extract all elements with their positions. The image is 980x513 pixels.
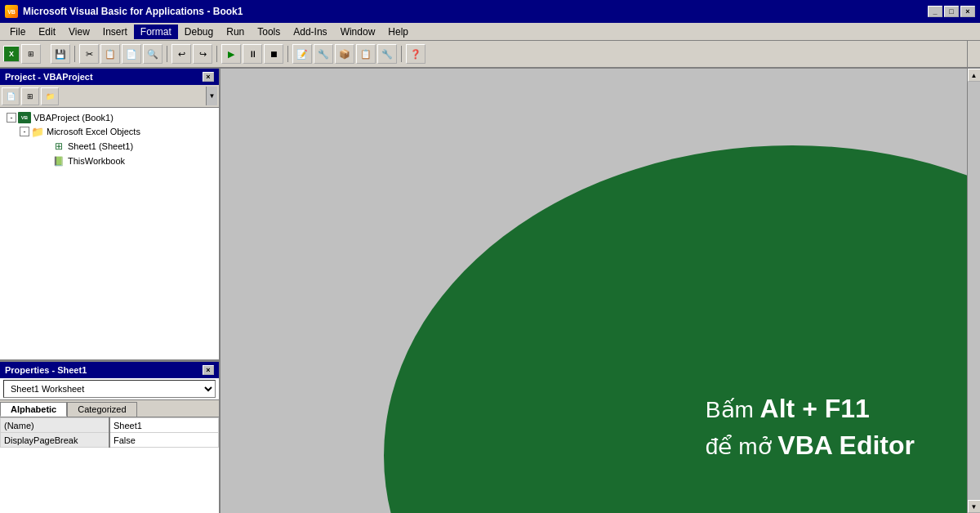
toolbar-scroll bbox=[967, 41, 977, 67]
menu-help[interactable]: Help bbox=[381, 25, 415, 39]
vba-project-icon: VB bbox=[18, 112, 31, 123]
tree-node-excel-objects[interactable]: - 📁 Microsoft Excel Objects bbox=[3, 124, 216, 139]
title-bar: VB Microsoft Visual Basic for Applicatio… bbox=[0, 0, 980, 23]
main-layout: Project - VBAProject × 📄 ⊞ 📁 ▼ - VB VBAP… bbox=[0, 69, 980, 513]
menu-edit[interactable]: Edit bbox=[32, 25, 62, 39]
project-panel: Project - VBAProject × 📄 ⊞ 📁 ▼ - VB VBAP… bbox=[0, 69, 219, 362]
stop-btn[interactable]: ⏹ bbox=[264, 44, 283, 64]
cut-btn[interactable]: ✂ bbox=[79, 44, 99, 64]
menu-debug[interactable]: Debug bbox=[178, 25, 220, 39]
copy-btn[interactable]: 📋 bbox=[100, 44, 120, 64]
project-close-btn[interactable]: × bbox=[203, 72, 214, 82]
menu-format[interactable]: Format bbox=[134, 25, 178, 39]
properties-table: (Name) Sheet1 DisplayPageBreak False bbox=[0, 417, 219, 448]
paste-btn[interactable]: 📄 bbox=[122, 44, 141, 64]
design-btn[interactable]: 📝 bbox=[292, 44, 312, 64]
expand-excel-objects[interactable]: - bbox=[20, 127, 29, 136]
tree-node-vbaproject[interactable]: - VB VBAProject (Book1) bbox=[3, 111, 216, 124]
workbook-icon: 📗 bbox=[52, 154, 65, 167]
overlay-line1: Bấm Alt + F11 bbox=[706, 390, 915, 427]
toolbar: X ⊞ 💾 ✂ 📋 📄 🔍 ↩ ↪ ▶ ⏸ ⏹ 📝 🔧 📦 📋 🔧 ❓ bbox=[0, 41, 980, 69]
menu-bar: File Edit View Insert Format Debug Run T… bbox=[0, 23, 980, 41]
tab-categorized[interactable]: Categorized bbox=[67, 402, 136, 417]
tab-alphabetic[interactable]: Alphabetic bbox=[0, 402, 67, 417]
prop-row-displaypagebreak: DisplayPageBreak False bbox=[1, 433, 219, 448]
window-controls[interactable]: _ □ × bbox=[928, 6, 975, 17]
run-btn[interactable]: ▶ bbox=[221, 44, 241, 64]
tree-label-vbaproject: VBAProject (Book1) bbox=[33, 113, 114, 123]
props-btn[interactable]: 📋 bbox=[356, 44, 376, 64]
sheet-icon: ⊞ bbox=[52, 140, 65, 153]
project-title-bar: Project - VBAProject × bbox=[0, 69, 219, 85]
scroll-down-btn[interactable]: ▼ bbox=[968, 500, 981, 513]
menu-addins[interactable]: Add-Ins bbox=[287, 25, 333, 39]
app-icon: VB bbox=[5, 5, 18, 18]
tools2-btn[interactable]: 🔧 bbox=[314, 44, 333, 64]
tree-node-thisworkbook[interactable]: 📗 ThisWorkbook bbox=[3, 154, 216, 168]
overlay-line2: để mở VBA Editor bbox=[706, 427, 915, 464]
undo-btn[interactable]: ↩ bbox=[172, 44, 191, 64]
tree-label-excel-objects: Microsoft Excel Objects bbox=[47, 127, 140, 136]
overlay-line2-normal: để mở bbox=[706, 434, 777, 459]
maximize-button[interactable]: □ bbox=[944, 6, 959, 17]
properties-title: Properties - Sheet1 bbox=[5, 365, 87, 375]
prop-name-displaypagebreak: DisplayPageBreak bbox=[1, 433, 110, 448]
project-title: Project - VBAProject bbox=[5, 72, 93, 82]
menu-insert[interactable]: Insert bbox=[96, 25, 134, 39]
menu-tools[interactable]: Tools bbox=[251, 25, 287, 39]
prop-name-name: (Name) bbox=[1, 418, 110, 433]
view-btn[interactable]: ⊞ bbox=[21, 44, 41, 64]
menu-window[interactable]: Window bbox=[334, 25, 382, 39]
main-scrollbar: ▲ ▼ bbox=[967, 69, 980, 513]
left-panel: Project - VBAProject × 📄 ⊞ 📁 ▼ - VB VBAP… bbox=[0, 69, 220, 513]
prop-row-name: (Name) Sheet1 bbox=[1, 418, 219, 433]
overlay-line1-bold: Alt + F11 bbox=[760, 394, 870, 423]
properties-content: Sheet1 Worksheet Alphabetic Categorized … bbox=[0, 378, 219, 513]
pause-btn[interactable]: ⏸ bbox=[243, 44, 262, 64]
title-text: Microsoft Visual Basic for Applications … bbox=[23, 6, 243, 17]
project-toolbar: 📄 ⊞ 📁 ▼ bbox=[0, 85, 219, 108]
macro-btn[interactable]: 🔧 bbox=[377, 44, 397, 64]
overlay-text-block: Bấm Alt + F11 để mở VBA Editor bbox=[706, 390, 915, 464]
properties-close-btn[interactable]: × bbox=[203, 365, 214, 375]
minimize-button[interactable]: _ bbox=[928, 6, 942, 17]
folder-icon: 📁 bbox=[31, 125, 44, 138]
expand-vbaproject[interactable]: - bbox=[7, 113, 16, 123]
menu-view[interactable]: View bbox=[62, 25, 96, 39]
overlay-line2-bold: VBA Editor bbox=[777, 430, 915, 460]
save-btn[interactable]: 💾 bbox=[51, 44, 70, 64]
props-select[interactable]: Sheet1 Worksheet bbox=[3, 380, 216, 398]
project-tree: - VB VBAProject (Book1) - 📁 Microsoft Ex… bbox=[0, 108, 219, 359]
props-tabs: Alphabetic Categorized bbox=[0, 400, 219, 417]
menu-run[interactable]: Run bbox=[220, 25, 251, 39]
main-area: Bấm Alt + F11 để mở VBA Editor ▲ ▼ bbox=[220, 69, 980, 513]
view-code-btn[interactable]: 📄 bbox=[2, 87, 20, 105]
close-button[interactable]: × bbox=[960, 6, 975, 17]
tree-label-thisworkbook: ThisWorkbook bbox=[68, 156, 125, 166]
scroll-track bbox=[968, 82, 980, 500]
overlay-line1-normal: Bấm bbox=[706, 397, 760, 422]
tree-node-sheet1[interactable]: ⊞ Sheet1 (Sheet1) bbox=[3, 139, 216, 154]
toggle-folders-btn[interactable]: 📁 bbox=[41, 87, 59, 105]
properties-title-bar: Properties - Sheet1 × bbox=[0, 362, 219, 378]
menu-file[interactable]: File bbox=[3, 25, 32, 39]
tree-label-sheet1: Sheet1 (Sheet1) bbox=[68, 141, 133, 151]
view-object-btn[interactable]: ⊞ bbox=[21, 87, 39, 105]
find-btn[interactable]: 🔍 bbox=[143, 44, 163, 64]
prop-value-name[interactable]: Sheet1 bbox=[109, 418, 219, 433]
help-btn[interactable]: ❓ bbox=[406, 44, 425, 64]
props-dropdown-row: Sheet1 Worksheet bbox=[0, 378, 219, 400]
redo-btn[interactable]: ↪ bbox=[193, 44, 212, 64]
ref-btn[interactable]: 📦 bbox=[335, 44, 354, 64]
scroll-up-btn[interactable]: ▲ bbox=[968, 69, 981, 82]
properties-panel: Properties - Sheet1 × Sheet1 Worksheet A… bbox=[0, 362, 219, 513]
excel-icon-btn[interactable]: X bbox=[3, 46, 20, 62]
prop-value-displaypagebreak[interactable]: False bbox=[109, 433, 219, 448]
